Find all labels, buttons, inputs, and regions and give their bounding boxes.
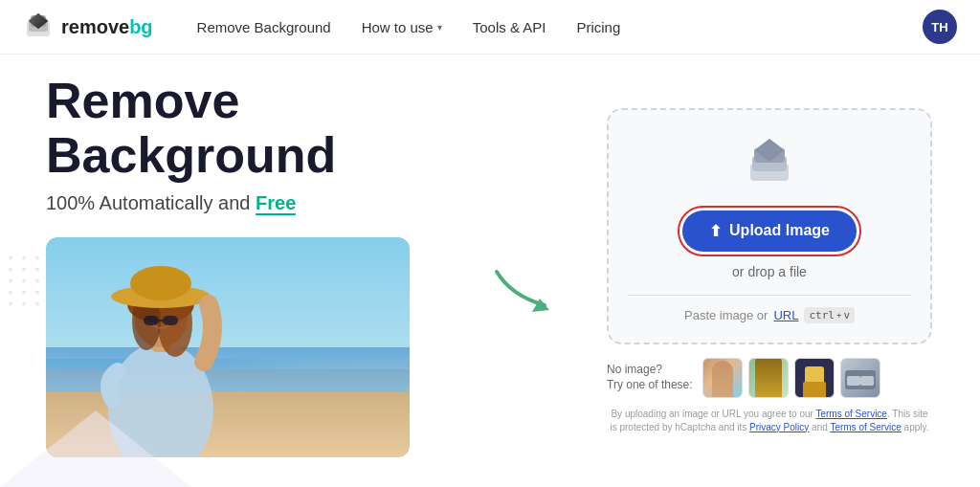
upload-button-highlight: ⬆ Upload Image bbox=[678, 206, 861, 256]
nav-item-how-to-use[interactable]: How to use ▾ bbox=[348, 11, 456, 43]
privacy-link[interactable]: Privacy Policy bbox=[749, 422, 809, 432]
main-content: Remove Background 100% Automatically and… bbox=[0, 55, 980, 487]
svg-rect-14 bbox=[163, 316, 178, 325]
nav-links: Remove Background How to use ▾ Tools & A… bbox=[184, 11, 923, 43]
url-link[interactable]: URL bbox=[773, 308, 798, 322]
keyboard-hint: ctrl + v bbox=[804, 307, 855, 323]
terms-link-2[interactable]: Terms of Service bbox=[830, 422, 901, 432]
sample-thumb-3[interactable] bbox=[794, 358, 835, 398]
upload-section: ⬆ Upload Image or drop a file Paste imag… bbox=[578, 55, 980, 487]
logo-text: removebg bbox=[61, 16, 153, 38]
drop-text: or drop a file bbox=[732, 264, 807, 279]
upload-card: ⬆ Upload Image or drop a file Paste imag… bbox=[607, 108, 932, 344]
arrow-decoration bbox=[492, 262, 559, 323]
svg-point-12 bbox=[130, 266, 191, 300]
hero-section: Remove Background 100% Automatically and… bbox=[0, 55, 578, 487]
divider bbox=[628, 295, 911, 296]
nav-item-remove-bg[interactable]: Remove Background bbox=[184, 11, 345, 43]
sample-thumb-1[interactable] bbox=[702, 358, 743, 398]
upload-button[interactable]: ⬆ Upload Image bbox=[682, 210, 857, 252]
triangle-decoration bbox=[0, 410, 191, 487]
logo-icon bbox=[23, 11, 54, 42]
stack-icon bbox=[743, 137, 796, 187]
chevron-down-icon: ▾ bbox=[437, 22, 442, 33]
paste-area: Paste image or URL ctrl + v bbox=[684, 307, 855, 323]
hero-subtitle: 100% Automatically and Free bbox=[46, 192, 578, 214]
sample-thumb-4[interactable] bbox=[840, 358, 880, 398]
sample-images-row: No image? Try one of these: bbox=[607, 358, 932, 398]
nav-item-tools-api[interactable]: Tools & API bbox=[459, 11, 560, 43]
stack-icon-area bbox=[743, 137, 796, 190]
nav-item-pricing[interactable]: Pricing bbox=[563, 11, 634, 43]
svg-rect-13 bbox=[144, 316, 159, 325]
terms-text: By uploading an image or URL you agree t… bbox=[607, 408, 932, 434]
avatar[interactable]: TH bbox=[923, 10, 957, 44]
sample-thumb-2[interactable] bbox=[748, 358, 789, 398]
sample-thumbs bbox=[702, 358, 880, 398]
logo[interactable]: removebg bbox=[23, 11, 153, 42]
navbar: removebg Remove Background How to use ▾ … bbox=[0, 0, 980, 55]
upload-icon: ⬆ bbox=[709, 222, 722, 240]
hero-title: Remove Background bbox=[46, 74, 578, 183]
sample-label: No image? Try one of these: bbox=[607, 363, 693, 392]
terms-link[interactable]: Terms of Service bbox=[815, 409, 886, 419]
